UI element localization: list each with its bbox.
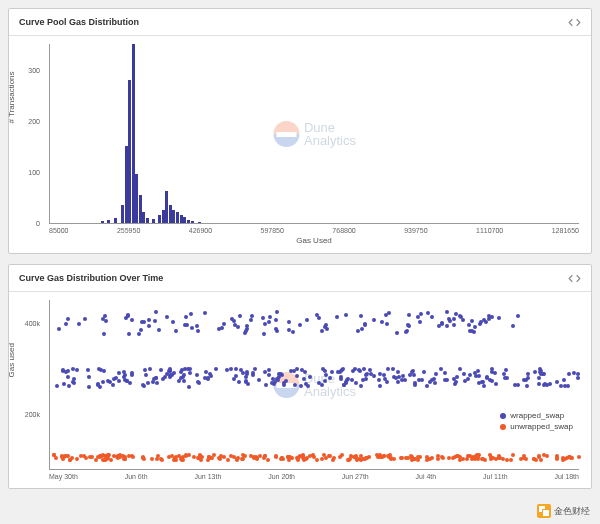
scatter-point (75, 457, 79, 461)
scatter-point (267, 320, 271, 324)
scatter-point (418, 455, 422, 459)
bar (121, 205, 124, 223)
scatter-point (67, 384, 71, 388)
scatter-point (418, 320, 422, 324)
scatter-point (222, 322, 226, 326)
scatter-point (532, 457, 536, 461)
scatter-point (237, 380, 241, 384)
scatter-point (354, 381, 358, 385)
scatter-point (239, 368, 243, 372)
scatter-point (299, 384, 303, 388)
scatter-point (291, 330, 295, 334)
scatter-point (428, 457, 432, 461)
scatter-point (443, 378, 447, 382)
scatter-point (160, 458, 164, 462)
scatter-point (97, 367, 101, 371)
scatter-point (274, 318, 278, 322)
scatter-point (376, 455, 380, 459)
scatter-point (75, 368, 79, 372)
scatter-point (64, 322, 68, 326)
scatter-point (274, 327, 278, 331)
dune-watermark: Dune Analytics (273, 121, 356, 147)
bar (152, 219, 155, 223)
scatter-point (385, 380, 389, 384)
scatter-point (280, 373, 284, 377)
scatter-point (280, 456, 284, 460)
scatter-point (55, 384, 59, 388)
scatter-point (303, 370, 307, 374)
scatter-point (179, 376, 183, 380)
scatter-point (419, 312, 423, 316)
scatter-point (360, 327, 364, 331)
scatter-point (526, 376, 530, 380)
scatter-point (126, 314, 130, 318)
scatter-point (195, 324, 199, 328)
scatter-point (263, 370, 267, 374)
scatter-point (363, 322, 367, 326)
scatter-point (287, 320, 291, 324)
scatter-point (525, 384, 529, 388)
embed-icon[interactable] (567, 15, 581, 29)
scatter-point (127, 332, 131, 336)
scatter-point (62, 382, 66, 386)
scatter-point (458, 367, 462, 371)
scatter-point (236, 325, 240, 329)
y-tick: 0 (36, 220, 40, 227)
x-tick: 939750 (404, 227, 427, 234)
scatter-point (351, 369, 355, 373)
scatter-point (114, 376, 118, 380)
x-tick: 85000 (49, 227, 68, 234)
scatter-point (127, 454, 131, 458)
scatter-point (472, 330, 476, 334)
scatter-point (463, 379, 467, 383)
scatter-point (391, 367, 395, 371)
scatter-point (455, 375, 459, 379)
scatter-point (364, 377, 368, 381)
panel-title: Curve Gas Distribution Over Time (19, 273, 163, 283)
scatter-point (377, 378, 381, 382)
scatter-point (548, 382, 552, 386)
x-tick: 1110700 (476, 227, 503, 234)
scatter-point (359, 454, 363, 458)
scatter-point (481, 380, 485, 384)
scatter-point (246, 382, 250, 386)
scatter-point (66, 454, 70, 458)
scatter-point (430, 378, 434, 382)
legend-swatch (500, 413, 506, 419)
scatter-point (543, 382, 547, 386)
scatter-point (156, 454, 160, 458)
y-tick: 200 (28, 117, 40, 124)
scatter-point (57, 327, 61, 331)
scatter-point (295, 374, 299, 378)
scatter-point (86, 368, 90, 372)
scatter-point (359, 384, 363, 388)
x-tick: 768800 (332, 227, 355, 234)
scatter-point (230, 317, 234, 321)
scatter-point (122, 375, 126, 379)
legend-item[interactable]: unwrapped_swap (500, 422, 573, 431)
x-ticks: 8500025595042690059785076880093975011107… (49, 227, 579, 234)
scatter-point (189, 312, 193, 316)
bar (187, 220, 190, 223)
scatter-point (537, 376, 541, 380)
scatter-point (188, 371, 192, 375)
scatter-point (505, 458, 509, 462)
watermark-line1: Dune (304, 121, 356, 134)
legend-item[interactable]: wrapped_swap (500, 411, 573, 420)
scatter-point (183, 323, 187, 327)
scatter-point (60, 455, 64, 459)
scatter-point (555, 380, 559, 384)
scatter-point (184, 453, 188, 457)
scatter-point (452, 323, 456, 327)
scatter-point (490, 379, 494, 383)
scatter-point (407, 324, 411, 328)
scatter-point (430, 315, 434, 319)
bar (128, 80, 131, 223)
embed-icon[interactable] (567, 271, 581, 285)
scatter-point (458, 458, 462, 462)
x-tick: Jul 18th (554, 473, 579, 480)
bar (191, 221, 194, 223)
scatter-point (240, 457, 244, 461)
scatter-point (214, 367, 218, 371)
panel-gas-over-time: Curve Gas Distribution Over Time Gas use… (8, 264, 592, 489)
